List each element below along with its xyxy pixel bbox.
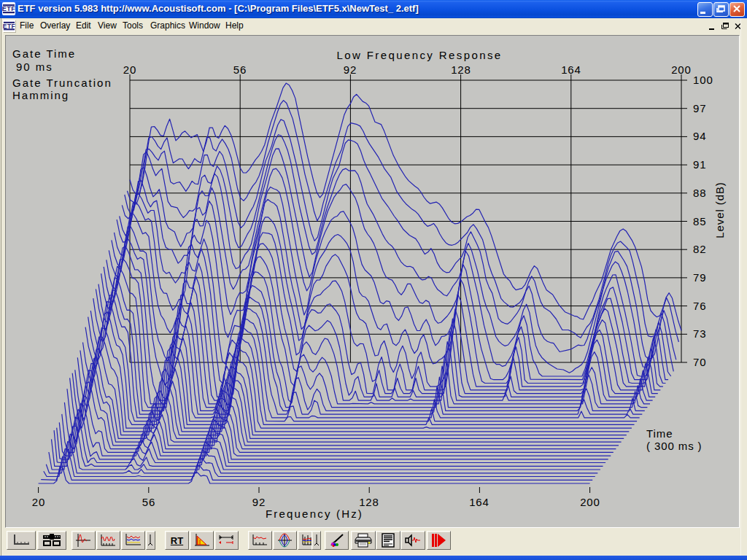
svg-text:Frequency (Hz): Frequency (Hz) <box>266 508 363 520</box>
svg-text:Hamming: Hamming <box>12 89 69 101</box>
svg-text:( 300 ms ): ( 300 ms ) <box>646 440 703 452</box>
svg-text:164: 164 <box>561 63 581 76</box>
svg-text:82: 82 <box>693 243 707 255</box>
svg-text:20: 20 <box>32 496 46 508</box>
svg-text:ETF: ETF <box>2 5 15 12</box>
svg-text:90 ms: 90 ms <box>16 61 53 73</box>
svg-text:200: 200 <box>671 63 692 76</box>
svg-text:56: 56 <box>142 496 156 508</box>
svg-text:94: 94 <box>693 130 707 142</box>
svg-text:56: 56 <box>233 63 247 76</box>
svg-text:200: 200 <box>580 496 600 508</box>
svg-text:Gate Time: Gate Time <box>12 47 76 60</box>
svg-text:100: 100 <box>693 74 713 86</box>
svg-text:164: 164 <box>469 496 489 508</box>
svg-text:73: 73 <box>693 327 707 340</box>
svg-text:91: 91 <box>693 158 707 171</box>
svg-text:128: 128 <box>359 496 379 508</box>
svg-text:76: 76 <box>693 300 707 312</box>
svg-text:88: 88 <box>693 187 707 199</box>
svg-text:20: 20 <box>123 63 137 76</box>
svg-text:85: 85 <box>693 215 707 228</box>
svg-text:Low Frequency Response: Low Frequency Response <box>336 49 502 61</box>
svg-text:Time: Time <box>646 427 673 440</box>
svg-text:92: 92 <box>344 63 357 76</box>
svg-text:79: 79 <box>693 271 707 284</box>
svg-text:128: 128 <box>451 63 471 76</box>
svg-text:Level (dB): Level (dB) <box>713 182 726 238</box>
svg-text:97: 97 <box>693 102 707 114</box>
svg-text:Gate Truncation: Gate Truncation <box>12 77 112 89</box>
svg-text:ETF: ETF <box>3 23 15 30</box>
svg-text:70: 70 <box>693 356 707 368</box>
svg-text:92: 92 <box>252 496 266 508</box>
